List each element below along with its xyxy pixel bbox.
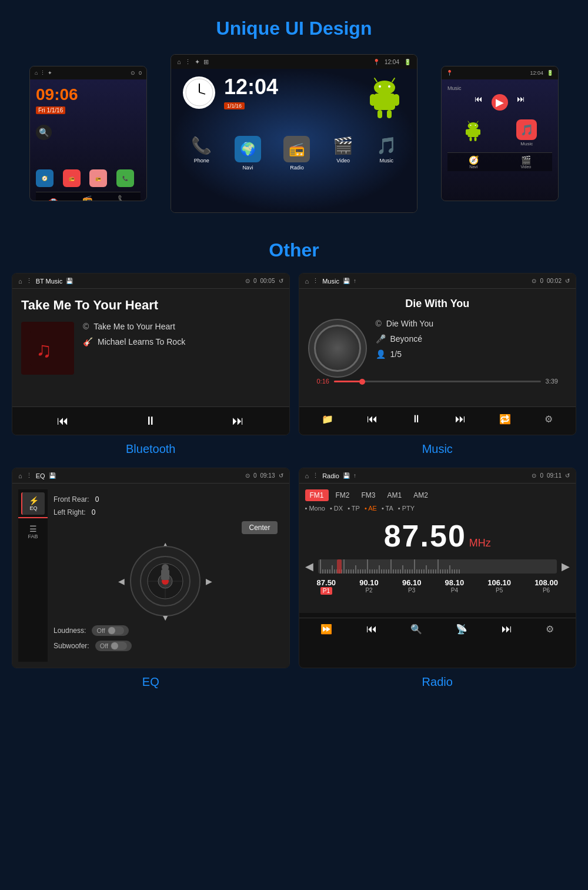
music-folder-icon[interactable]: 📁	[322, 414, 333, 425]
radio-menu-icon[interactable]: ⚙	[546, 624, 554, 635]
loudness-switch[interactable]	[108, 626, 124, 635]
bt-play-btn[interactable]: ⏸	[145, 414, 156, 428]
music-next-btn[interactable]: ⏭	[455, 413, 466, 425]
ui-screens-container: ⌂ ⋮ ✦ ⊙ 0 09:06 Fri 1/1/16 🔍 🧭 📻	[12, 51, 576, 216]
music-info: © Die With You 🎤 Beyoncé 👤 1/5	[376, 319, 567, 378]
preset-2[interactable]: 90.10 P2	[359, 578, 379, 595]
svg-rect-8	[374, 94, 395, 110]
eq-arrow-right[interactable]: ▶	[206, 576, 212, 586]
radio-prev-btn[interactable]: ◀	[305, 560, 313, 573]
svg-text:♫: ♫	[36, 338, 52, 362]
opt-ae: • AE	[365, 505, 377, 512]
artist-icon: 🎸	[83, 337, 93, 346]
subwoofer-switch[interactable]	[111, 642, 127, 650]
home-icon-eq: ⌂	[18, 472, 22, 479]
music-prev-btn[interactable]: ⏮	[367, 413, 377, 425]
bt-panel-header: ⌂ ⋮ BT Music 💾 ⊙ 0 00:05 ↺	[12, 274, 289, 289]
progress-bar[interactable]	[334, 381, 541, 382]
eq-knob[interactable]	[130, 546, 201, 616]
bt-next-btn[interactable]: ⏭	[232, 414, 244, 428]
eq-tab-eq[interactable]: ⚡ EQ	[21, 492, 45, 515]
right-android-icon	[447, 119, 499, 146]
eq-arrow-down[interactable]: ▼	[161, 613, 169, 622]
svg-point-3	[374, 81, 395, 95]
center-digital-time: 12:04 1/1/16	[224, 75, 278, 110]
radio-tabs-row: FM1 FM2 FM3 AM1 AM2	[305, 489, 570, 501]
center-screen: ⌂ ⋮ ✦ ⊞ 📍 12:04 🔋	[171, 54, 417, 213]
menu-icon: ⋮	[40, 70, 45, 76]
music-repeat-icon[interactable]: 🔁	[499, 414, 511, 425]
radio-skip-back-btn[interactable]: ⏮	[366, 623, 377, 635]
center-screen-header: ⌂ ⋮ ✦ ⊞ 📍 12:04 🔋	[171, 55, 417, 69]
scale-marks	[318, 559, 557, 574]
music-shuffle-icon[interactable]: ⚙	[544, 414, 553, 425]
fab-tab-label: FAB	[24, 534, 42, 539]
preset-6[interactable]: 108.00 P6	[534, 578, 558, 595]
svg-point-5	[388, 85, 390, 88]
left-bottom-nav: 🚗 Navi 📻 Radio 📞 Phone	[36, 192, 141, 201]
radio-next-btn[interactable]: ▶	[562, 560, 570, 573]
center-button[interactable]: Center	[242, 521, 277, 534]
center-btn-row: Center	[54, 521, 278, 534]
navi-nav-right: 🧭 Navi	[469, 155, 479, 169]
radio-skip-fwd-btn[interactable]: ⏭	[502, 623, 512, 635]
radio-tab-fm2[interactable]: FM2	[331, 489, 355, 501]
phone-icon-center: 📞 Phone	[191, 136, 212, 206]
radio-search-icon[interactable]: 🔍	[410, 624, 422, 635]
eq-panel-header: ⌂ ⋮ EQ 💾 ⊙ 0 09:13 ↺	[12, 468, 289, 484]
bt-track-name: Take Me to Your Heart	[93, 322, 175, 331]
right-music-label: Music	[447, 85, 552, 91]
radio-fast-prev-icon[interactable]: ⏩	[320, 624, 332, 635]
bt-track-row: © Take Me to Your Heart	[83, 322, 280, 331]
music-icon-center: 🎵 Music	[376, 136, 397, 206]
navi-icon-left: 🧭	[36, 169, 54, 187]
bt-song-title: Take Me To Your Heart	[21, 298, 280, 313]
center-header-left: ⌂ ⋮ ✦ ⊞	[177, 58, 209, 66]
loudness-toggle[interactable]: Off	[92, 625, 128, 636]
radio-tab-am2[interactable]: AM2	[409, 489, 433, 501]
right-player-controls: ⏮ ▶ ⏭	[447, 94, 552, 111]
panels-grid-2: ⌂ ⋮ EQ 💾 ⊙ 0 09:13 ↺ ⚡ EQ	[12, 468, 576, 668]
music-artist-name: Beyoncé	[390, 334, 422, 344]
radio-tab-fm3[interactable]: FM3	[357, 489, 380, 501]
other-section: Other ⌂ ⋮ BT Music 💾 ⊙ 0 00:05 ↺ Take M	[12, 239, 576, 701]
left-right-value: 0	[92, 508, 96, 516]
music-panel-header: ⌂ ⋮ Music 💾 ↑ ⊙ 0 00:02 ↺	[299, 274, 576, 289]
radio-tab-fm1[interactable]: FM1	[305, 489, 329, 501]
bt-refresh-icon: ↺	[279, 278, 283, 284]
loudness-value: Off	[96, 627, 105, 634]
svg-rect-10	[393, 94, 399, 106]
music-signal-icon: ↑	[353, 278, 356, 284]
music-play-btn[interactable]: ⏸	[411, 413, 422, 425]
preset-1[interactable]: 87.50 P1	[317, 578, 336, 595]
star-icon: ✦	[48, 70, 52, 76]
gps-icon-radio: ⊙	[532, 472, 536, 479]
center-time-area: 12:04 1/1/16	[171, 69, 417, 130]
home-icon-music: ⌂	[305, 278, 309, 285]
preset-3[interactable]: 96.10 P3	[402, 578, 422, 595]
music-controls: 📁 ⏮ ⏸ ⏭ 🔁 ⚙	[299, 406, 576, 431]
eq-tab-fab[interactable]: ☰ FAB	[21, 521, 45, 543]
radio-position-indicator	[337, 559, 342, 574]
bt-panel-body: Take Me To Your Heart ♫ © Take Me to You…	[12, 289, 289, 406]
radio-header-title: Radio	[322, 472, 339, 479]
home-icon: ⌂	[35, 70, 38, 76]
preset-4[interactable]: 98.10 P4	[445, 578, 465, 595]
radio-panel-body: FM1 FM2 FM3 AM1 AM2 • Mono • DX • TP • A…	[299, 484, 576, 613]
music-song-title: Die With You	[308, 298, 567, 310]
svg-rect-12	[387, 110, 392, 118]
subwoofer-value: Off	[100, 642, 108, 649]
preset-5[interactable]: 106.10 P5	[487, 578, 511, 595]
bt-prev-btn[interactable]: ⏮	[57, 414, 69, 428]
eq-arrows: ▲ ◀	[118, 540, 212, 622]
opt-tp: • TP	[348, 505, 360, 512]
radio-broadcast-icon[interactable]: 📡	[456, 624, 467, 635]
bt-artist-name: Michael Learns To Rock	[98, 337, 185, 346]
subwoofer-row: Subwoofer: Off	[54, 641, 278, 651]
radio-tab-am1[interactable]: AM1	[383, 489, 407, 501]
subwoofer-toggle[interactable]: Off	[95, 641, 132, 651]
other-title: Other	[12, 239, 576, 261]
fab-icon: ☰	[24, 524, 42, 534]
video-icon-center: 🎬 Video	[333, 136, 353, 206]
eq-arrow-left[interactable]: ◀	[118, 576, 125, 586]
